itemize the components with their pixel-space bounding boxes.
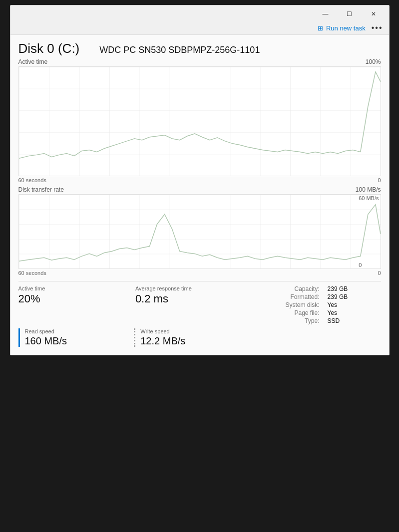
chart2-label-bot: 0: [359, 262, 379, 268]
read-speed-stat: Read speed 160 MB/s: [18, 328, 134, 347]
avg-response-stat: Average response time 0.2 ms: [125, 285, 242, 324]
task-manager-window: — ☐ ✕ ⊞ Run new task ••• Disk 0 (C:) WDC…: [10, 5, 390, 355]
close-button[interactable]: ✕: [362, 7, 385, 21]
chart1-container: [18, 66, 381, 176]
chart1-bottom-left: 60 seconds: [18, 177, 46, 183]
page-file-value: Yes: [328, 309, 381, 316]
chart2-container: [18, 194, 381, 269]
write-speed-stat: Write speed 12.2 MB/s: [134, 328, 250, 347]
system-disk-label: System disk:: [252, 301, 319, 308]
chart1-bottom-right: 0: [378, 177, 381, 183]
speed-stats-section: Read speed 160 MB/s Write speed 12.2 MB/…: [18, 328, 381, 347]
chart2-svg: [19, 195, 381, 268]
disk-header: Disk 0 (C:) WDC PC SN530 SDBPMPZ-256G-11…: [18, 41, 381, 56]
more-options-button[interactable]: •••: [372, 23, 383, 32]
chart2-right-top: 100 MB/s: [356, 186, 381, 193]
svg-rect-1: [19, 195, 381, 268]
write-speed-value: 12.2 MB/s: [140, 335, 250, 347]
capacity-label: Capacity:: [252, 285, 319, 292]
capacity-value: 239 GB: [328, 285, 381, 292]
disk-info-grid: Capacity: 239 GB Formatted: 239 GB Syste…: [242, 285, 381, 324]
chart1-bottom: 60 seconds 0: [18, 177, 381, 183]
avg-response-value: 0.2 ms: [135, 292, 242, 305]
active-time-chart-section: Active time 100% 60 seconds: [18, 58, 381, 183]
write-speed-label: Write speed: [140, 328, 250, 334]
minimize-button[interactable]: —: [314, 7, 337, 21]
type-value: SSD: [328, 317, 381, 324]
svg-rect-0: [19, 67, 381, 176]
type-label: Type:: [252, 317, 319, 324]
chart2-bottom: 60 seconds 0: [18, 270, 381, 276]
chart1-label: Active time: [18, 58, 48, 65]
disk-title: Disk 0 (C:): [18, 41, 80, 56]
chart2-label: Disk transfer rate: [18, 186, 64, 193]
active-time-label: Active time: [18, 285, 125, 291]
chart2-bottom-left: 60 seconds: [18, 270, 46, 276]
toolbar: ⊞ Run new task •••: [10, 21, 389, 35]
avg-response-label: Average response time: [135, 285, 242, 291]
chart1-header: Active time 100%: [18, 58, 381, 65]
run-new-task-label: Run new task: [326, 24, 366, 32]
read-speed-label: Read speed: [25, 328, 134, 334]
disk-model: WDC PC SN530 SDBPMPZ-256G-1101: [99, 45, 260, 55]
stats-section: Active time 20% Average response time 0.…: [18, 281, 381, 324]
run-new-task-button[interactable]: ⊞ Run new task: [318, 24, 366, 32]
main-content: Disk 0 (C:) WDC PC SN530 SDBPMPZ-256G-11…: [10, 35, 389, 355]
chart2-bottom-right: 0: [378, 270, 381, 276]
maximize-button[interactable]: ☐: [338, 7, 361, 21]
active-time-value: 20%: [18, 292, 125, 305]
chart2-label-mid: 60 MB/s: [359, 195, 379, 201]
window-controls: — ☐ ✕: [314, 7, 385, 21]
formatted-label: Formatted:: [252, 293, 319, 300]
run-task-icon: ⊞: [318, 24, 323, 32]
chart1-right-label: 100%: [366, 58, 381, 65]
read-speed-value: 160 MB/s: [25, 335, 134, 347]
chart2-header: Disk transfer rate 100 MB/s: [18, 186, 381, 193]
system-disk-value: Yes: [328, 301, 381, 308]
formatted-value: 239 GB: [328, 293, 381, 300]
disk-transfer-chart-section: Disk transfer rate 100 MB/s: [18, 186, 381, 276]
active-time-stat: Active time 20%: [18, 285, 125, 324]
chart2-right-labels: 60 MB/s 0: [359, 194, 379, 269]
chart1-svg: [19, 67, 381, 176]
page-file-label: Page file:: [252, 309, 319, 316]
titlebar: — ☐ ✕: [10, 5, 389, 21]
